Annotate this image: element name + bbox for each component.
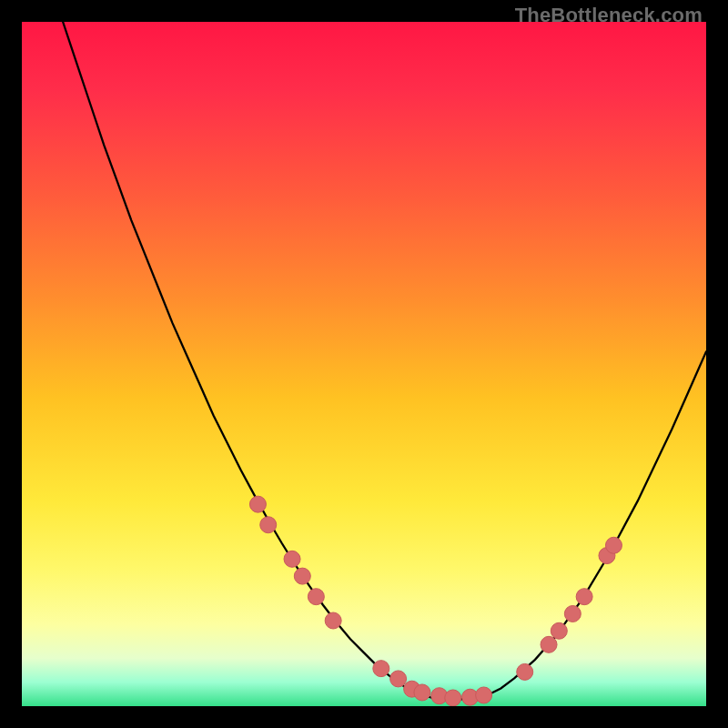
data-marker (517, 663, 533, 680)
data-marker (260, 517, 277, 533)
data-marker (414, 684, 430, 701)
data-marker (284, 551, 300, 567)
data-marker (551, 622, 567, 639)
data-marker (308, 589, 324, 605)
data-marker (249, 496, 266, 512)
data-marker (373, 661, 389, 677)
data-marker (564, 605, 581, 622)
gradient-background (22, 22, 706, 706)
data-marker (605, 537, 622, 553)
data-marker (476, 687, 492, 703)
data-marker (390, 671, 407, 687)
bottleneck-chart (22, 22, 706, 706)
data-marker (541, 636, 557, 652)
data-marker (445, 690, 461, 706)
watermark-text: TheBottleneck.com (515, 4, 703, 27)
data-marker (294, 568, 310, 584)
data-marker (576, 589, 592, 605)
data-marker (325, 612, 341, 629)
chart-frame (22, 22, 706, 706)
